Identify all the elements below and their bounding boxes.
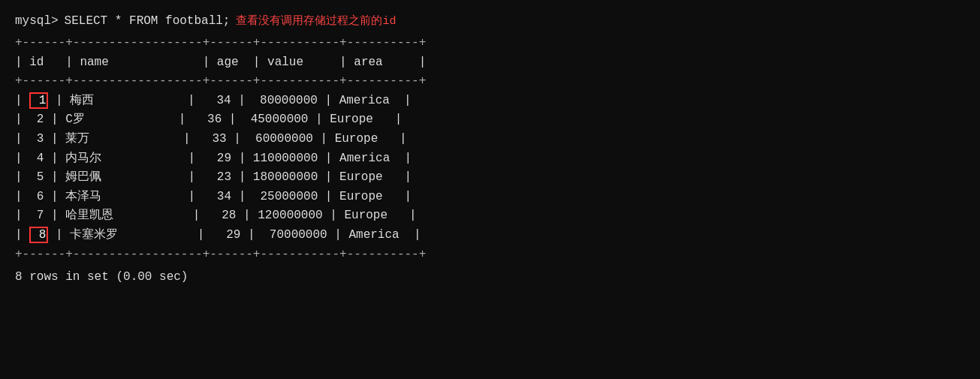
table-row: | 5 | 姆巴佩 | 23 | 180000000 | Europe | [15, 170, 412, 184]
highlighted-id: 8 [29, 227, 48, 243]
highlighted-id: 1 [29, 92, 48, 109]
command-line: mysql> SELECT * FROM football; 查看没有调用存储过… [15, 14, 965, 28]
table-row: | 4 | 内马尔 | 29 | 110000000 | America | [15, 152, 412, 165]
table-row: | 7 | 哈里凯恩 | 28 | 120000000 | Europe | [15, 209, 416, 222]
separator-line: +------+------------------+------+------… [15, 74, 426, 88]
table-row: | 8 | 卡塞米罗 | 29 | 70000000 | America | [15, 227, 421, 243]
terminal-window: mysql> SELECT * FROM football; 查看没有调用存储过… [15, 14, 965, 284]
table-header-row: | id | name | age | value | area | [15, 56, 426, 69]
separator-line: +------+------------------+------+------… [15, 248, 426, 261]
table-row: | 2 | C罗 | 36 | 45000000 | Europe | [15, 113, 402, 126]
comment: 查看没有调用存储过程之前的id [236, 14, 396, 28]
mysql-prompt: mysql> [15, 14, 59, 28]
table-row: | 1 | 梅西 | 34 | 80000000 | America | [15, 92, 412, 109]
sql-command: SELECT * FROM football; [65, 14, 231, 28]
result-footer: 8 rows in set (0.00 sec) [15, 270, 965, 284]
table-row: | 3 | 莱万 | 33 | 60000000 | Europe | [15, 132, 407, 146]
separator-line: +------+------------------+------+------… [15, 36, 426, 50]
table-row: | 6 | 本泽马 | 34 | 25000000 | Europe | [15, 190, 412, 203]
table-output: +------+------------------+------+------… [15, 34, 965, 264]
